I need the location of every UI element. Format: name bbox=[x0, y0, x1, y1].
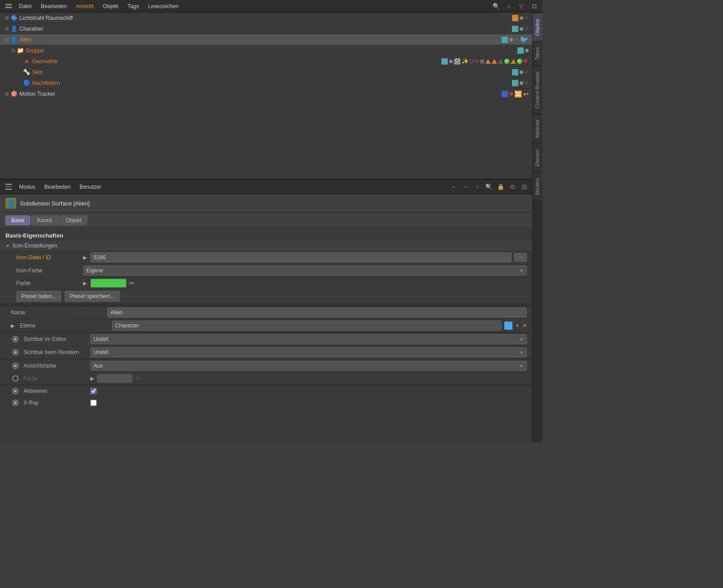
dropdown-sichtbar-editor[interactable]: Undef. ▼ bbox=[90, 334, 527, 344]
label-motion: Motion Tracker bbox=[19, 91, 502, 97]
attr-modus[interactable]: Modus bbox=[15, 182, 39, 191]
tree-row-motion[interactable]: ⊞ 🎯 Motion Tracker 🔀 ↩ bbox=[0, 89, 532, 99]
expand-geometrie[interactable]: · bbox=[16, 58, 23, 65]
attr-target-icon[interactable]: ⊙ bbox=[508, 182, 517, 191]
tree-row-alien[interactable]: ⊟ 👤 Alien ✓ 🐦 bbox=[0, 34, 532, 45]
attr-bearbeiten[interactable]: Bearbeiten bbox=[41, 182, 74, 191]
ebene-clear-icon[interactable]: ✕ bbox=[522, 322, 527, 329]
tag-sphere3 bbox=[523, 59, 529, 64]
attr-expand-icon[interactable]: ⊡ bbox=[520, 182, 529, 191]
menu-datei[interactable]: Datei bbox=[15, 2, 35, 11]
home-icon[interactable]: ⌂ bbox=[504, 2, 513, 11]
row-right-gruppe bbox=[517, 47, 532, 54]
eyedropper2-icon[interactable]: ✏ bbox=[136, 375, 141, 382]
arrow-farbe2[interactable]: ▶ bbox=[90, 376, 94, 382]
more-btn-icon-datei[interactable]: ··· bbox=[514, 253, 527, 262]
tag-sphere1 bbox=[504, 59, 510, 64]
tag-checker bbox=[454, 58, 460, 65]
nav-forward-icon[interactable]: → bbox=[461, 182, 470, 191]
label-sichtbar-rendern: Sichtbar beim Rendern bbox=[23, 349, 87, 355]
input-icon-datei[interactable] bbox=[90, 252, 512, 262]
radio-sichtbar-rendern-btn[interactable] bbox=[12, 349, 19, 355]
attr-lock-icon[interactable]: 🔒 bbox=[496, 182, 505, 191]
menu-lesezeichen[interactable]: Lesezeichen bbox=[144, 2, 182, 11]
tab-objekt[interactable]: Objekt bbox=[60, 215, 88, 225]
expand-icon[interactable]: ⊡ bbox=[530, 2, 539, 11]
nav-up-icon[interactable]: ↑ bbox=[473, 182, 482, 191]
expand-nachfedern[interactable]: · bbox=[16, 80, 23, 86]
vis-geometrie bbox=[449, 60, 453, 63]
expand-skin[interactable]: · bbox=[16, 69, 23, 75]
tree-row-skin[interactable]: · 🦴 Skin ✓ bbox=[0, 67, 532, 78]
tree-row-gruppe[interactable]: ⊟ 📁 Gruppe bbox=[0, 45, 532, 56]
tree-row-geometrie[interactable]: · 🔺 Geometrie ✨ ⬡ ⊙ ⊞ bbox=[0, 56, 532, 67]
radio-sichtbar-editor[interactable] bbox=[11, 336, 20, 342]
nav-back-icon[interactable]: ← bbox=[449, 182, 458, 191]
sidebar-tab-attribute[interactable]: Attribute bbox=[533, 114, 542, 144]
tree-row-lichtstrahl[interactable]: ⊞ 🔷 Lichtstrahl Raumschiff ✓ bbox=[0, 13, 532, 23]
preset-speichern-btn[interactable]: Preset speichern... bbox=[65, 291, 120, 302]
label-farbe2: Farbe bbox=[23, 375, 87, 382]
tab-koord[interactable]: Koord. bbox=[31, 215, 59, 225]
attr-row-sichtbar-editor: Sichtbar im Editor Undef. ▼ bbox=[0, 333, 532, 346]
attr-search-icon[interactable]: 🔍 bbox=[484, 182, 493, 191]
radio-ansichtsfarbe-btn[interactable] bbox=[12, 363, 19, 369]
radio-xray[interactable] bbox=[11, 400, 20, 406]
attr-menu-bar: Modus Bearbeiten Benutzer ← → ↑ 🔍 🔒 ⊙ ⊡ bbox=[0, 180, 532, 194]
checkbox-xray[interactable] bbox=[90, 400, 97, 406]
sidebar-tab-takes[interactable]: Takes bbox=[533, 41, 542, 65]
menu-tags[interactable]: Tags bbox=[124, 2, 142, 11]
menu-bar-right: 🔍 ⌂ ▽ ⊡ bbox=[492, 2, 539, 11]
expand-gruppe[interactable]: ⊟ bbox=[10, 47, 16, 54]
tree-row-nachfedern[interactable]: · 🔵 Nachfedern ✓ bbox=[0, 78, 532, 89]
dropdown-icon-farbe[interactable]: Eigene ▼ bbox=[83, 266, 527, 275]
radio-farbe2[interactable] bbox=[11, 375, 20, 382]
sidebar-tab-ebenen[interactable]: Ebenen bbox=[533, 144, 542, 172]
input-name[interactable] bbox=[107, 308, 527, 317]
attr-hamburger[interactable] bbox=[4, 182, 14, 192]
ebene-field[interactable]: Character bbox=[112, 321, 502, 331]
expand-lichtstrahl[interactable]: ⊞ bbox=[4, 15, 10, 21]
sidebar-tab-objekte[interactable]: Objekte bbox=[533, 13, 542, 41]
menu-bearbeiten[interactable]: Bearbeiten bbox=[37, 2, 70, 11]
expand-charakter[interactable]: ⊞ bbox=[4, 26, 10, 32]
sidebar-tab-content-browser[interactable]: Content Browser bbox=[533, 65, 542, 114]
dots-ebene: ·········· bbox=[87, 323, 108, 328]
radio-ansichtsfarbe[interactable] bbox=[11, 363, 20, 369]
radio-aktivieren-btn[interactable] bbox=[12, 388, 19, 394]
tab-basis[interactable]: Basis bbox=[5, 215, 30, 225]
attr-benutzer[interactable]: Benutzer bbox=[76, 182, 105, 191]
color-swatch-farbe[interactable] bbox=[90, 279, 127, 288]
radio-xray-btn[interactable] bbox=[12, 400, 19, 406]
hamburger-menu[interactable] bbox=[4, 2, 14, 10]
preset-laden-btn[interactable]: Preset laden... bbox=[16, 291, 61, 302]
ebene-dropdown-icon[interactable]: ▼ bbox=[515, 323, 520, 328]
color-charakter bbox=[512, 26, 518, 32]
arrow-farbe[interactable]: ▶ bbox=[83, 280, 87, 286]
check-charakter: ✓ bbox=[525, 26, 529, 32]
dropdown-ansichtsfarbe[interactable]: Aus ▼ bbox=[90, 361, 527, 371]
expand-alien[interactable]: ⊟ bbox=[4, 37, 10, 43]
tree-row-charakter[interactable]: ⊞ 👤 Charakter ✓ bbox=[0, 23, 532, 34]
checkbox-aktivieren[interactable] bbox=[90, 388, 97, 394]
arrow-icon-datei[interactable]: ▶ bbox=[83, 255, 87, 261]
eyedropper-icon[interactable]: ✏ bbox=[129, 280, 135, 287]
check-nachfedern: ✓ bbox=[525, 80, 529, 86]
tag-motion2: ↩ bbox=[523, 90, 529, 98]
search-icon[interactable]: 🔍 bbox=[492, 2, 501, 11]
value-xray bbox=[90, 400, 527, 406]
radio-sichtbar-editor-btn[interactable] bbox=[12, 336, 19, 342]
icon-geometrie: 🔺 bbox=[23, 57, 31, 65]
attr-tabs: Basis Koord. Objekt bbox=[0, 213, 532, 229]
menu-ansicht[interactable]: Ansicht bbox=[72, 2, 97, 11]
filter-icon[interactable]: ▽ bbox=[517, 2, 526, 11]
radio-farbe2-btn[interactable] bbox=[12, 375, 19, 382]
arrow-ebene[interactable]: ▶ bbox=[11, 323, 14, 329]
expand-motion[interactable]: ⊞ bbox=[4, 91, 10, 97]
attr-subsection-icon[interactable]: ▼ Icon-Einstellungen bbox=[0, 241, 532, 251]
menu-objekt[interactable]: Objekt bbox=[99, 2, 122, 11]
radio-sichtbar-rendern[interactable] bbox=[11, 349, 20, 355]
dropdown-sichtbar-rendern[interactable]: Undef. ▼ bbox=[90, 347, 527, 357]
sidebar-tab-struktur[interactable]: Struktur bbox=[533, 172, 542, 201]
radio-aktivieren[interactable] bbox=[11, 388, 20, 394]
